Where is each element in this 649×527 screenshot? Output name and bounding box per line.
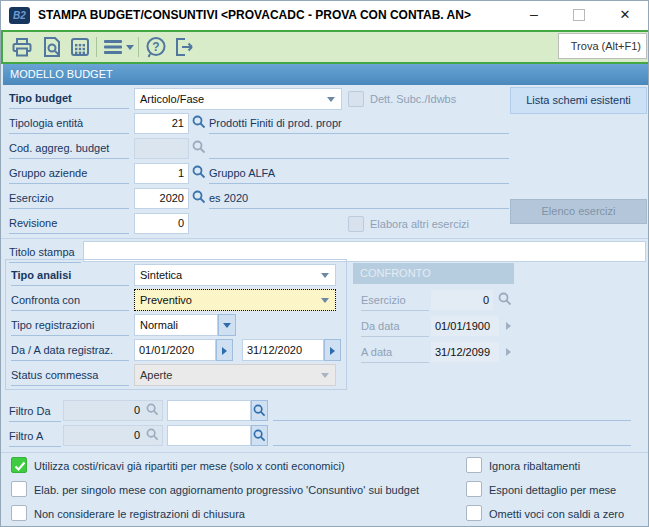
lista-schemi-button[interactable]: Lista schemi esistenti	[510, 87, 647, 114]
confronto-esercizio-field: 0	[431, 290, 493, 310]
toolbar	[1, 30, 649, 64]
exit-icon[interactable]	[172, 35, 196, 59]
elabora-altri-label: Elabora altri esercizi	[370, 216, 469, 233]
tipo-budget-select[interactable]: Articolo/Fase	[134, 88, 342, 110]
maximize-button[interactable]	[564, 1, 594, 30]
gruppo-aziende-desc: Gruppo ALFA	[209, 163, 509, 184]
data-registraz-label: Da / A data registraz.	[11, 340, 129, 361]
ometti-voci-checkbox[interactable]	[466, 505, 482, 521]
divider	[1, 452, 649, 453]
minimize-button[interactable]: –	[519, 1, 549, 30]
arrow-right-icon	[222, 347, 227, 355]
confronto-esercizio-label: Esercizio	[361, 290, 429, 311]
app-logo-icon: B2	[9, 7, 30, 24]
title-bar: B2 STAMPA BUDGET/CONSUNTIVI <PROVACADC -…	[1, 1, 649, 30]
confronto-da-data-label: Da data	[361, 316, 429, 337]
esponi-dettaglio-checkbox[interactable]	[466, 481, 482, 497]
filtro-a-lookup-button[interactable]	[251, 425, 268, 446]
confronto-a-data-label: A data	[361, 342, 429, 363]
menu-caret-icon	[126, 45, 134, 50]
revisione-field[interactable]: 0	[134, 213, 189, 234]
confronta-con-value: Preventivo	[140, 294, 192, 306]
lookup-icon-disabled	[146, 403, 159, 416]
chevron-down-icon	[321, 298, 329, 303]
toolbar-separator	[96, 37, 97, 57]
dett-subc-checkbox	[348, 91, 364, 107]
lookup-icon-disabled	[146, 428, 159, 441]
utilizza-costi-label: Utilizza costi/ricavi già ripartiti per …	[34, 458, 345, 475]
filtro-a-desc	[273, 445, 631, 446]
lookup-icon[interactable]	[192, 190, 206, 204]
dett-subc-label: Dett. Subc./Idwbs	[370, 91, 456, 108]
chevron-down-icon	[321, 273, 329, 278]
lookup-icon-disabled	[498, 292, 512, 306]
cod-aggreg-desc	[209, 138, 509, 159]
filtro-da-input[interactable]	[167, 400, 251, 421]
tipo-analisi-label: Tipo analisi	[11, 265, 129, 286]
print-preview-icon[interactable]	[40, 35, 64, 59]
ignora-ribaltamenti-checkbox[interactable]	[466, 457, 482, 473]
app-window: B2 STAMPA BUDGET/CONSUNTIVI <PROVACADC -…	[0, 0, 649, 527]
elab-singolo-mese-checkbox[interactable]	[11, 481, 27, 497]
data-da-field[interactable]: 01/01/2020	[134, 339, 216, 361]
gruppo-aziende-label: Gruppo aziende	[9, 163, 129, 184]
elab-singolo-mese-label: Elab. per singolo mese con aggiornamento…	[34, 482, 419, 499]
status-commessa-label: Status commessa	[11, 365, 129, 386]
section-header-confronto: CONFRONTO	[353, 263, 514, 284]
section-header-modello-budget: MODELLO BUDGET	[3, 64, 648, 85]
tipo-budget-value: Articolo/Fase	[140, 93, 204, 105]
chevron-down-icon	[321, 373, 329, 378]
tipologia-entita-desc: Prodotti Finiti di prod. propr	[209, 113, 509, 134]
arrow-right-icon-disabled	[504, 316, 518, 336]
data-a-calendar-button[interactable]	[324, 339, 341, 361]
print-icon[interactable]	[10, 35, 34, 59]
cod-aggreg-label: Cod. aggreg. budget	[9, 138, 129, 159]
tipo-budget-label: Tipo budget	[9, 88, 129, 109]
toolbar-separator	[138, 37, 139, 57]
window-title: STAMPA BUDGET/CONSUNTIVI <PROVACADC - PR…	[38, 1, 471, 30]
non-considerare-label: Non considerare le registrazioni di chiu…	[34, 506, 245, 523]
confronta-con-select[interactable]: Preventivo	[134, 289, 336, 311]
filtro-da-label: Filtro Da	[9, 401, 61, 422]
chevron-down-icon	[327, 97, 335, 102]
gruppo-aziende-field[interactable]: 1	[134, 163, 189, 184]
tipo-analisi-value: Sintetica	[140, 269, 182, 281]
svg-text:?: ?	[152, 40, 159, 54]
lookup-icon-disabled	[192, 140, 206, 154]
table-icon[interactable]	[68, 35, 92, 59]
confronto-a-data-field: 31/12/2099	[431, 342, 499, 362]
help-icon[interactable]: ?	[144, 35, 168, 59]
tipologia-entita-label: Tipologia entità	[9, 113, 129, 134]
divider	[1, 238, 649, 239]
status-commessa-select: Aperte	[134, 364, 336, 386]
find-box[interactable]: Trova (Alt+F1)	[558, 33, 647, 59]
arrow-right-icon-disabled	[504, 342, 518, 362]
esercizio-field[interactable]: 2020	[134, 188, 189, 209]
revisione-label: Revisione	[9, 213, 129, 234]
utilizza-costi-checkbox[interactable]	[11, 457, 27, 473]
ignora-ribaltamenti-label: Ignora ribaltamenti	[489, 458, 580, 475]
non-considerare-checkbox[interactable]	[11, 505, 27, 521]
confronto-da-data-field: 01/01/1900	[431, 316, 499, 336]
data-da-calendar-button[interactable]	[216, 339, 233, 361]
cod-aggreg-field	[134, 138, 189, 159]
tipo-analisi-select[interactable]: Sintetica	[134, 264, 336, 286]
data-a-field[interactable]: 31/12/2020	[242, 339, 324, 361]
ometti-voci-label: Ometti voci con saldi a zero	[489, 506, 624, 523]
esercizio-label: Esercizio	[9, 188, 129, 209]
chevron-down-icon	[223, 323, 231, 328]
filtro-a-input[interactable]	[167, 425, 251, 446]
lookup-icon[interactable]	[192, 165, 206, 179]
status-commessa-value: Aperte	[140, 369, 172, 381]
confronta-con-label: Confronta con	[11, 290, 129, 311]
menu-icon[interactable]	[102, 35, 134, 59]
lookup-icon[interactable]	[192, 115, 206, 129]
tipo-registrazioni-label: Tipo registrazioni	[11, 315, 129, 336]
close-button[interactable]: ✕	[610, 1, 640, 30]
arrow-right-icon	[330, 347, 335, 355]
tipologia-entita-field[interactable]: 21	[134, 113, 189, 134]
tipo-registrazioni-dropdown-button[interactable]	[218, 314, 236, 336]
filtro-da-lookup-button[interactable]	[251, 400, 268, 421]
tipo-registrazioni-select[interactable]: Normali	[134, 314, 218, 336]
elenco-esercizi-button: Elenco esercizi	[510, 199, 647, 224]
